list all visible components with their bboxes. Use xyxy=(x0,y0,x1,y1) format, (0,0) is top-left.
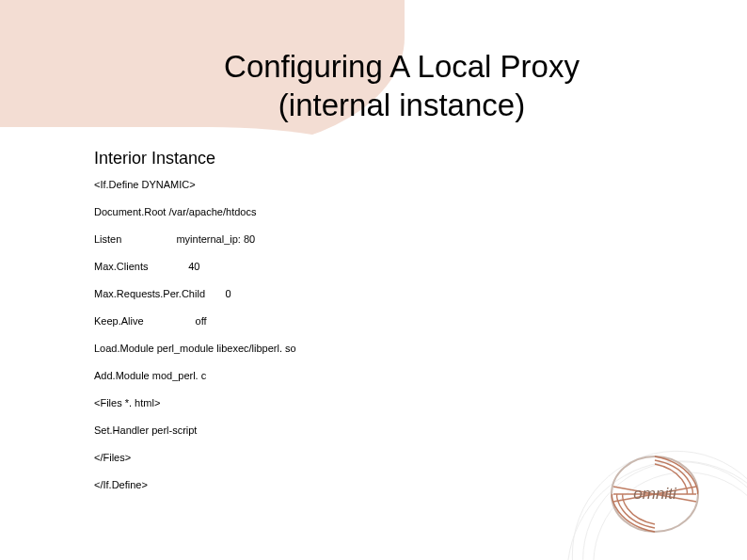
config-line: Load.Module perl_module libexec/libperl.… xyxy=(94,343,583,354)
config-line: Document.Root /var/apache/htdocs xyxy=(94,206,583,217)
config-line: Add.Module mod_perl. c xyxy=(94,370,583,381)
config-line: Keep.Alive off xyxy=(94,315,583,327)
config-line: <If.Define DYNAMIC> xyxy=(94,179,583,190)
slide-title: Configuring A Local Proxy (internal inst… xyxy=(94,47,709,125)
config-line: Set.Handler perl-script xyxy=(94,424,583,436)
config-line: </If.Define> xyxy=(94,479,583,490)
title-line-2: (internal instance) xyxy=(278,88,525,122)
config-line: <Files *. html> xyxy=(94,397,583,408)
config-line: Listen myinternal_ip: 80 xyxy=(94,233,583,245)
config-block: <If.Define DYNAMIC> Document.Root /var/a… xyxy=(94,179,583,506)
config-line: Max.Clients 40 xyxy=(94,261,583,272)
config-line: </Files> xyxy=(94,452,583,463)
slide-subtitle: Interior Instance xyxy=(94,149,215,168)
title-line-1: Configuring A Local Proxy xyxy=(224,49,580,84)
config-line: Max.Requests.Per.Child 0 xyxy=(94,288,583,299)
omniti-logo: omniti xyxy=(589,449,721,543)
logo-text: omniti xyxy=(633,485,677,503)
